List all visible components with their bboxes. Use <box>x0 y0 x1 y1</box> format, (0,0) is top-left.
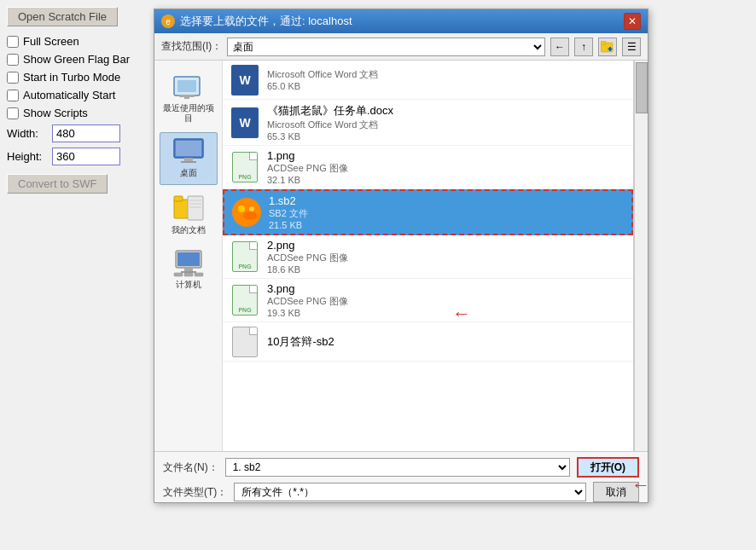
dialog-close-button[interactable]: ✕ <box>624 13 641 30</box>
file-meta: ACDSee PNG 图像 <box>267 295 626 308</box>
svg-rect-5 <box>177 80 196 92</box>
location-label: 查找范围(I)： <box>161 39 222 54</box>
recent-icon <box>172 72 206 101</box>
width-row: Width: <box>7 124 164 142</box>
file-meta: Microsoft Office Word 文档 <box>267 119 626 131</box>
word-icon-2: W <box>230 107 260 138</box>
file-name: 1.sb2 <box>269 194 625 207</box>
sidebar-item-computer[interactable]: 计算机 <box>160 245 218 296</box>
fullscreen-row: Full Screen <box>7 35 164 48</box>
list-item[interactable]: PNG 2.png ACDSee PNG 图像 18.6 KB <box>223 235 633 279</box>
filename-input[interactable]: 1. sb2 <box>225 458 570 477</box>
file-size: 21.5 KB <box>269 220 625 230</box>
file-info: Microsoft Office Word 文档 65.0 KB <box>267 68 626 91</box>
location-dropdown[interactable]: 桌面 <box>227 38 545 56</box>
file-size: 32.1 KB <box>267 175 626 185</box>
svg-rect-6 <box>179 95 195 97</box>
svg-rect-7 <box>184 97 189 99</box>
file-info: 10月答辩-sb2 <box>267 334 626 350</box>
sb2-icon <box>231 197 262 228</box>
new-folder-button[interactable] <box>598 38 617 56</box>
height-row: Height: <box>7 148 164 165</box>
dialog-sidebar: 最近使用的项目 桌面 <box>154 61 223 451</box>
list-item[interactable]: 10月答辩-sb2 <box>223 322 633 362</box>
filetype-row: 文件类型(T)： 所有文件（*.*） 取消 <box>163 482 639 502</box>
svg-rect-13 <box>174 196 183 201</box>
list-item[interactable]: W Microsoft Office Word 文档 65.0 KB <box>223 61 633 100</box>
file-name: 《猫抓老鼠》任务单.docx <box>267 103 626 119</box>
svg-rect-10 <box>184 158 193 161</box>
png-icon: PNG <box>230 152 260 182</box>
svg-rect-9 <box>176 141 201 156</box>
dialog-body: 最近使用的项目 桌面 <box>154 61 648 451</box>
computer-icon <box>172 250 206 277</box>
back-button[interactable]: ← <box>550 38 569 56</box>
svg-rect-24 <box>195 273 203 276</box>
file-name: 10月答辩-sb2 <box>267 334 626 350</box>
turbo-row: Start in Turbo Mode <box>7 71 164 84</box>
left-panel: Open Scratch File Full Screen Show Green… <box>0 0 171 550</box>
up-button[interactable]: ↑ <box>574 38 593 56</box>
list-item-selected[interactable]: 1.sb2 SB2 文件 21.5 KB <box>223 189 633 235</box>
mydocs-icon <box>172 194 206 223</box>
sidebar-item-mydocs[interactable]: 我的文档 <box>160 188 218 241</box>
svg-rect-19 <box>177 252 200 266</box>
list-item[interactable]: PNG 3.png ACDSee PNG 图像 19.3 KB <box>223 279 633 322</box>
svg-rect-22 <box>174 273 183 276</box>
dialog-toolbar: 查找范围(I)： 桌面 ← ↑ ☰ <box>154 33 648 61</box>
file-info: 3.png ACDSee PNG 图像 19.3 KB <box>267 282 626 318</box>
svg-rect-23 <box>184 273 193 276</box>
file-size: 65.3 KB <box>267 131 626 142</box>
sidebar-item-recent[interactable]: 最近使用的项目 <box>160 67 218 129</box>
dialog-title-text: 选择要上载的文件，通过: localhost <box>180 14 619 29</box>
svg-point-26 <box>238 206 245 212</box>
width-label: Width: <box>7 127 48 140</box>
desktop-label: 桌面 <box>180 167 197 179</box>
open-button[interactable]: 打开(O) <box>577 457 639 478</box>
recent-label: 最近使用的项目 <box>163 103 214 124</box>
generic-icon <box>230 327 260 357</box>
filename-row: 文件名(N)： 1. sb2 打开(O) <box>163 457 639 478</box>
list-item[interactable]: PNG 1.png ACDSee PNG 图像 32.1 KB <box>223 146 633 189</box>
view-button[interactable]: ☰ <box>622 38 641 56</box>
auto-start-checkbox[interactable] <box>7 90 19 101</box>
filetype-dropdown[interactable]: 所有文件（*.*） <box>234 483 586 501</box>
convert-button[interactable]: Convert to SWF <box>7 174 108 194</box>
width-input[interactable] <box>52 124 120 142</box>
green-flag-label: Show Green Flag Bar <box>23 53 130 66</box>
green-flag-row: Show Green Flag Bar <box>7 53 164 66</box>
mydocs-label: 我的文档 <box>172 224 206 236</box>
sidebar-item-desktop[interactable]: 桌面 <box>160 132 218 185</box>
filename-label: 文件名(N)： <box>163 460 218 475</box>
fullscreen-checkbox[interactable] <box>7 36 19 48</box>
height-input[interactable] <box>52 148 120 165</box>
arrow-to-open-button: ← <box>631 474 650 496</box>
file-name: 2.png <box>267 239 626 252</box>
scrollbar[interactable] <box>634 61 648 451</box>
height-label: Height: <box>7 150 48 163</box>
show-scripts-checkbox[interactable] <box>7 107 19 119</box>
file-list-container[interactable]: W Microsoft Office Word 文档 65.0 KB W 《猫抓… <box>223 61 634 451</box>
file-meta: ACDSee PNG 图像 <box>267 162 626 175</box>
turbo-checkbox[interactable] <box>7 72 19 84</box>
dialog-titlebar: e 选择要上载的文件，通过: localhost ✕ <box>154 9 648 33</box>
desktop-icon <box>172 138 206 165</box>
computer-label: 计算机 <box>176 279 201 291</box>
green-flag-checkbox[interactable] <box>7 54 19 66</box>
dialog-footer: 文件名(N)： 1. sb2 打开(O) 文件类型(T)： 所有文件（*.*） … <box>154 451 648 502</box>
list-item[interactable]: W 《猫抓老鼠》任务单.docx Microsoft Office Word 文… <box>223 100 633 146</box>
svg-rect-11 <box>181 161 196 163</box>
file-dialog: e 选择要上载的文件，通过: localhost ✕ 查找范围(I)： 桌面 ←… <box>154 9 648 503</box>
file-info: 《猫抓老鼠》任务单.docx Microsoft Office Word 文档 … <box>267 103 626 142</box>
open-scratch-file-button[interactable]: Open Scratch File <box>7 7 118 26</box>
auto-start-label: Automatically Start <box>23 89 115 101</box>
file-info: 1.sb2 SB2 文件 21.5 KB <box>269 194 625 230</box>
png-icon-3: PNG <box>230 285 260 316</box>
turbo-label: Start in Turbo Mode <box>23 71 120 84</box>
svg-rect-14 <box>188 196 203 220</box>
scrollbar-thumb[interactable] <box>636 62 648 113</box>
file-size: 19.3 KB <box>267 308 626 318</box>
auto-start-row: Automatically Start <box>7 89 164 101</box>
file-info: 1.png ACDSee PNG 图像 32.1 KB <box>267 149 626 185</box>
arrow-to-file: ← <box>452 303 471 325</box>
